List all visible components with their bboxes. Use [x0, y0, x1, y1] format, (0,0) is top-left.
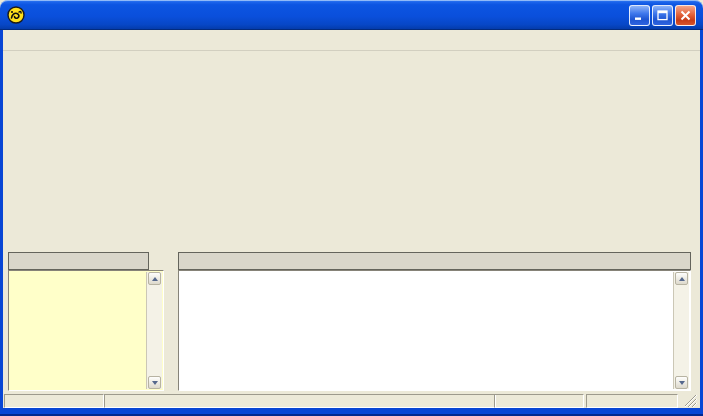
title-bar[interactable]: [0, 0, 703, 30]
scorpion-logo-icon: [7, 6, 25, 24]
window-border-left: [0, 30, 3, 416]
spreadsheet-note-text: [182, 273, 672, 388]
scroll-up-button[interactable]: [148, 272, 161, 285]
scroll-down-button[interactable]: [675, 376, 688, 389]
menu-bar: [3, 30, 700, 51]
maximize-icon: [657, 10, 668, 21]
resize-grip[interactable]: [685, 395, 698, 408]
status-spacer: [104, 394, 496, 408]
close-button[interactable]: [675, 5, 696, 26]
minimize-button[interactable]: [629, 5, 650, 26]
cursor-info-header[interactable]: [8, 252, 149, 270]
maximize-button[interactable]: [652, 5, 673, 26]
macro-status: [4, 394, 104, 408]
status-time: [586, 394, 678, 408]
status-date: [494, 394, 584, 408]
application-window: [0, 0, 703, 416]
scroll-up-button[interactable]: [675, 272, 688, 285]
spreadsheet-header[interactable]: [178, 252, 691, 270]
arrow-down-icon: [679, 381, 685, 385]
cursor-info-scrollbar[interactable]: [146, 272, 162, 389]
cursor-info-box[interactable]: [8, 270, 164, 391]
window-controls: [629, 5, 696, 26]
window-border-bottom: [0, 408, 703, 416]
spreadsheet-scrollbar[interactable]: [673, 272, 689, 389]
scroll-down-button[interactable]: [148, 376, 161, 389]
cursor-info-text: [12, 273, 145, 388]
status-bar: [3, 394, 700, 408]
arrow-up-icon: [679, 277, 685, 281]
close-icon: [680, 10, 691, 21]
spreadsheet-note-box[interactable]: [178, 270, 691, 391]
arrow-down-icon: [152, 381, 158, 385]
minimize-icon: [634, 10, 645, 21]
arrow-up-icon: [152, 277, 158, 281]
